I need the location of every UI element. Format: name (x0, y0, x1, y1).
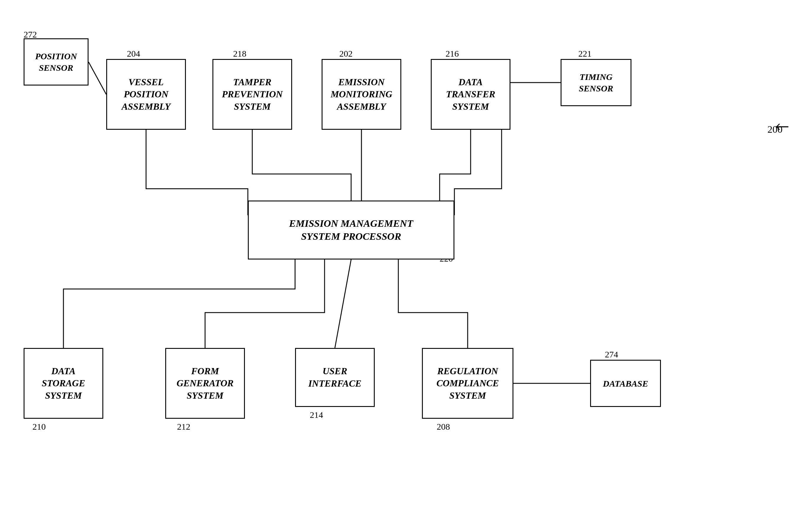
tamper-prevention-box: TAMPERPREVENTIONSYSTEM (212, 59, 292, 130)
svg-line-0 (88, 62, 106, 94)
svg-line-2 (335, 260, 351, 348)
ref-214: 214 (310, 410, 323, 420)
user-interface-label: USERINTERFACE (308, 365, 361, 390)
ref-202: 202 (339, 49, 353, 59)
ref-212: 212 (177, 422, 190, 432)
vessel-position-box: VESSELPOSITIONASSEMBLY (106, 59, 186, 130)
regulation-compliance-label: REGULATIONCOMPLIANCESYSTEM (436, 365, 499, 402)
emission-monitoring-label: EMISSIONMONITORINGASSEMBLY (330, 76, 392, 113)
position-sensor-box: POSITIONSENSOR (24, 38, 88, 86)
ref-216: 216 (445, 49, 459, 59)
database-box: DATABASE (590, 360, 661, 407)
ref-274: 274 (605, 349, 618, 360)
data-transfer-label: DATATRANSFERSYSTEM (446, 76, 495, 113)
emission-management-label: EMISSION MANAGEMENTSYSTEM PROCESSOR (289, 217, 413, 243)
tamper-prevention-label: TAMPERPREVENTIONSYSTEM (222, 76, 283, 113)
regulation-compliance-box: REGULATIONCOMPLIANCESYSTEM (422, 348, 513, 419)
data-storage-box: DATASTORAGESYSTEM (24, 348, 103, 419)
user-interface-box: USERINTERFACE (295, 348, 375, 407)
ref-221: 221 (578, 49, 591, 59)
timing-sensor-box: TIMINGSENSOR (560, 59, 631, 106)
data-storage-label: DATASTORAGESYSTEM (41, 365, 85, 402)
data-transfer-box: DATATRANSFERSYSTEM (431, 59, 511, 130)
diagram-container: 272 POSITIONSENSOR 204 VESSELPOSITIONASS… (0, 0, 812, 519)
vessel-position-label: VESSELPOSITIONASSEMBLY (121, 76, 171, 113)
ref-210: 210 (32, 422, 46, 432)
emission-monitoring-box: EMISSIONMONITORINGASSEMBLY (322, 59, 401, 130)
ref-272: 272 (24, 30, 37, 39)
form-generator-label: FORMGENERATORSYSTEM (176, 365, 233, 402)
timing-sensor-label: TIMINGSENSOR (579, 71, 613, 94)
form-generator-box: FORMGENERATORSYSTEM (165, 348, 245, 419)
position-sensor-label: POSITIONSENSOR (35, 51, 77, 73)
ref-218: 218 (233, 49, 246, 59)
ref-208: 208 (437, 422, 450, 432)
emission-management-box: EMISSION MANAGEMENTSYSTEM PROCESSOR (248, 201, 455, 260)
ref-200-arrow (771, 118, 794, 135)
database-label: DATABASE (603, 378, 648, 389)
ref-204: 204 (127, 49, 140, 59)
